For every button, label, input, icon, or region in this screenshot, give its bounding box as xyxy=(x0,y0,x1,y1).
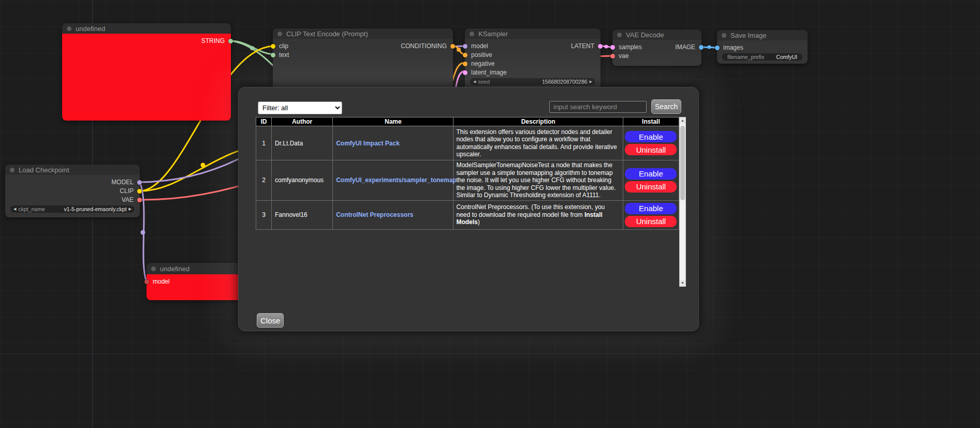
ckpt-name-widget[interactable]: ◀ ckpt_name v1-5-pruned-emaonly.ckpt ▶ xyxy=(10,205,135,213)
increment-arrow-icon[interactable]: ▶ xyxy=(590,78,592,85)
decrement-arrow-icon[interactable]: ◀ xyxy=(13,205,16,213)
node-undefined-bottom[interactable]: undefined model xyxy=(147,263,250,300)
collapse-dot[interactable] xyxy=(10,168,14,172)
node-title: Load Checkpoint xyxy=(19,166,69,174)
search-input[interactable] xyxy=(549,101,647,113)
input-slot-positive[interactable] xyxy=(463,53,467,57)
input-slot-label: vae xyxy=(619,52,628,60)
output-slot-label: STRING xyxy=(201,37,225,45)
node-title-bar[interactable]: CLIP Text Encode (Prompt) xyxy=(273,28,453,39)
node-title-bar[interactable]: Save Image xyxy=(717,30,808,40)
search-button[interactable]: Search xyxy=(651,99,681,114)
node-ksampler[interactable]: KSampler model LATENT positive negative … xyxy=(465,28,601,88)
collapse-dot[interactable] xyxy=(470,32,474,36)
header-id: ID xyxy=(256,117,272,126)
enable-button[interactable]: Enable xyxy=(625,203,677,214)
cell-author: Dr.Lt.Data xyxy=(272,126,333,160)
input-slot-label: latent_image xyxy=(471,69,507,76)
uninstall-button[interactable]: Uninstall xyxy=(625,144,677,155)
decrement-arrow-icon[interactable]: ◀ xyxy=(473,78,476,85)
input-slot-model[interactable] xyxy=(144,279,149,284)
scroll-down-icon[interactable]: ▼ xyxy=(680,280,685,286)
node-title: VAE Decode xyxy=(626,31,664,39)
cell-author: Fannovel16 xyxy=(272,200,333,229)
link-dot-conditioning xyxy=(457,48,461,52)
header-author: Author xyxy=(272,117,333,126)
input-slot-samples[interactable] xyxy=(610,45,615,50)
input-slot-latent-image[interactable] xyxy=(463,70,467,75)
input-slot-vae[interactable] xyxy=(610,54,615,58)
output-slot-clip[interactable] xyxy=(137,189,142,194)
close-button[interactable]: Close xyxy=(257,313,284,328)
collapse-dot[interactable] xyxy=(67,26,71,31)
input-slot-label: images xyxy=(723,44,743,51)
output-slot-label: VAE xyxy=(122,196,134,203)
scrollbar-thumb[interactable] xyxy=(680,126,685,200)
cell-description: This extension offers various detector n… xyxy=(454,126,623,160)
node-title: CLIP Text Encode (Prompt) xyxy=(286,30,368,38)
node-undefined-top[interactable]: undefined STRING xyxy=(62,23,231,121)
cell-install: Enable Uninstall xyxy=(623,160,679,201)
input-slot-images[interactable] xyxy=(715,46,720,50)
input-slot-label: samples xyxy=(619,43,642,51)
extension-link[interactable]: ComfyUI_experiments/sampler_tonemap xyxy=(336,176,457,184)
node-graph-canvas[interactable]: undefined STRING CLIP Text Encode (Promp… xyxy=(0,0,980,428)
output-slot-model[interactable] xyxy=(137,180,142,185)
output-slot-string[interactable] xyxy=(228,39,233,43)
scroll-up-icon[interactable]: ▲ xyxy=(680,117,685,124)
seed-widget[interactable]: ◀ seed 156680208700286 ▶ xyxy=(470,78,595,85)
node-vae-decode[interactable]: VAE Decode samples IMAGE vae xyxy=(612,29,701,66)
enable-button[interactable]: Enable xyxy=(625,168,677,180)
node-title: undefined xyxy=(160,265,189,273)
collapse-dot[interactable] xyxy=(277,32,282,36)
widget-name: seed xyxy=(478,79,490,85)
output-slot-label: MODEL xyxy=(111,179,134,186)
widget-value: ComfyUI xyxy=(776,54,797,60)
node-title-bar[interactable]: undefined xyxy=(147,263,250,274)
node-save-image[interactable]: Save Image images filename_prefix ComfyU… xyxy=(717,30,808,64)
collapse-dot[interactable] xyxy=(151,267,156,271)
filename-prefix-widget[interactable]: filename_prefix ComfyUI xyxy=(722,53,802,61)
enable-button[interactable]: Enable xyxy=(625,131,677,142)
extension-link[interactable]: ControlNet Preprocessors xyxy=(336,211,413,218)
output-slot-label: CONDITIONING xyxy=(401,42,447,50)
collapse-dot[interactable] xyxy=(722,33,726,38)
cell-author: comfyanonymous xyxy=(272,160,333,201)
output-slot-latent[interactable] xyxy=(598,44,603,49)
output-slot-conditioning[interactable] xyxy=(450,44,455,49)
node-title-bar[interactable]: Load Checkpoint xyxy=(5,165,140,175)
input-slot-label: negative xyxy=(471,60,494,67)
cell-install: Enable Uninstall xyxy=(623,126,679,160)
cell-install: Enable Uninstall xyxy=(623,200,679,229)
link-dot-string xyxy=(250,46,254,50)
increment-arrow-icon[interactable]: ▶ xyxy=(129,205,131,213)
node-title-bar[interactable]: KSampler xyxy=(465,28,601,39)
collapse-dot[interactable] xyxy=(617,33,622,37)
extension-link[interactable]: ComfyUI Impact Pack xyxy=(336,140,400,147)
uninstall-button[interactable]: Uninstall xyxy=(625,216,677,227)
link-dot-image xyxy=(708,46,711,49)
input-slot-model[interactable] xyxy=(463,44,467,49)
header-install: Install xyxy=(623,117,679,126)
output-slot-label: LATENT xyxy=(571,42,594,50)
uninstall-button[interactable]: Uninstall xyxy=(625,181,677,193)
output-slot-label: IMAGE xyxy=(675,43,695,51)
table-scrollbar[interactable]: ▲ ▼ xyxy=(679,117,686,287)
input-slot-text[interactable] xyxy=(271,53,275,57)
filter-select[interactable]: Filter: all xyxy=(258,101,342,114)
table-row: 3 Fannovel16 ControlNet Preprocessors Co… xyxy=(256,200,679,229)
widget-value: v1-5-pruned-emaonly.ckpt xyxy=(64,206,126,212)
output-slot-vae[interactable] xyxy=(137,198,142,202)
input-slot-label: model xyxy=(153,278,170,285)
output-slot-image[interactable] xyxy=(699,45,704,50)
node-title-bar[interactable]: undefined xyxy=(62,23,231,34)
node-title: KSampler xyxy=(478,30,508,38)
node-load-checkpoint[interactable]: Load Checkpoint MODEL CLIP VAE ◀ ckpt_na… xyxy=(5,165,140,217)
node-clip-text-encode[interactable]: CLIP Text Encode (Prompt) clip CONDITION… xyxy=(273,28,453,91)
node-title-bar[interactable]: VAE Decode xyxy=(612,29,701,40)
input-slot-clip[interactable] xyxy=(271,44,275,49)
input-slot-negative[interactable] xyxy=(463,62,467,66)
table-header-row: ID Author Name Description Install xyxy=(256,117,679,126)
input-slot-label: positive xyxy=(471,51,492,58)
node-title: Save Image xyxy=(730,32,766,39)
